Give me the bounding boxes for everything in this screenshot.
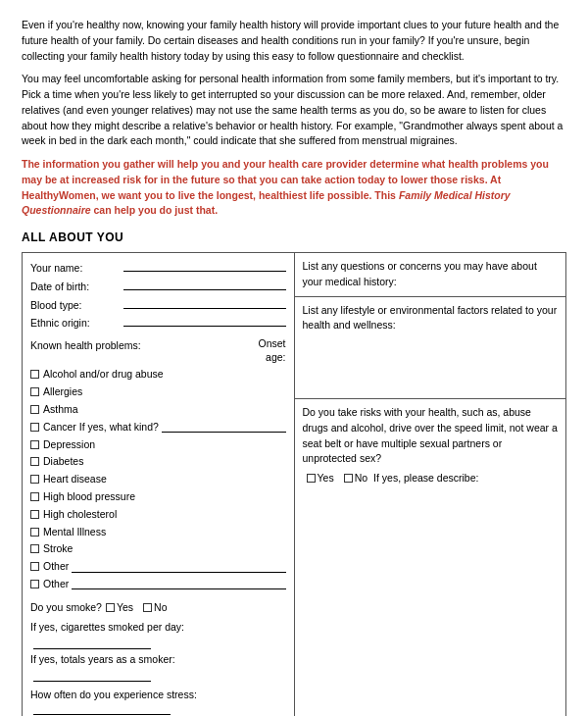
right-bottom-section: Do you take risks with your health, such… (295, 398, 566, 522)
dob-line (123, 278, 286, 290)
smoke-question-row: Do you smoke? Yes No (30, 598, 286, 617)
onset-label: Onsetage: (258, 337, 285, 364)
right-bottom-space (303, 486, 559, 516)
right-bottom-describe-label: If yes, please describe: (373, 471, 478, 486)
checkbox-alcohol[interactable] (30, 370, 39, 379)
ethnic-line (123, 314, 286, 327)
right-column: List any questions or concerns you may h… (294, 253, 566, 717)
smoke-question-label: Do you smoke? (30, 598, 102, 617)
checkbox-smoke-no[interactable] (143, 603, 152, 612)
name-field-row: Your name: (30, 259, 286, 277)
checkbox-high-cholesterol[interactable] (30, 510, 39, 519)
checkbox-other2[interactable] (30, 580, 39, 588)
checkbox-diabetes[interactable] (30, 457, 39, 466)
condition-alcohol: Alcohol and/or drug abuse (30, 366, 286, 383)
condition-other2: Other (30, 576, 286, 592)
totals-line (33, 669, 151, 682)
other1-fill-line (72, 561, 285, 573)
ethnic-label: Ethnic origin: (30, 315, 123, 332)
stress-section: How often do you experience stress: (30, 687, 286, 717)
right-top-section: List any questions or concerns you may h… (295, 253, 566, 296)
section-title: ALL ABOUT YOU (22, 230, 566, 244)
condition-asthma: Asthma (30, 401, 286, 418)
risk-yes: Yes (307, 471, 334, 486)
blood-label: Blood type: (30, 297, 123, 314)
condition-diabetes: Diabetes (30, 453, 286, 470)
smoke-section: Do you smoke? Yes No If yes, cigarettes … (30, 598, 286, 682)
intro-para2: You may feel uncomfortable asking for pe… (22, 72, 566, 149)
checkbox-smoke-yes[interactable] (106, 603, 115, 612)
form-table: Your name: Date of birth: Blood type: Et… (22, 252, 566, 716)
intro-para3: The information you gather will help you… (22, 157, 566, 219)
checkbox-mental[interactable] (30, 528, 39, 537)
condition-depression: Depression (30, 436, 286, 453)
left-column: Your name: Date of birth: Blood type: Et… (23, 253, 295, 717)
right-top-label: List any questions or concerns you may h… (303, 260, 537, 287)
condition-high-cholesterol: High cholesterol (30, 506, 286, 523)
condition-heart: Heart disease (30, 471, 286, 487)
checkbox-risk-no[interactable] (344, 474, 353, 483)
checkbox-cancer[interactable] (30, 423, 39, 432)
name-line (123, 259, 286, 272)
smoke-no: No (143, 598, 167, 617)
name-label: Your name: (30, 260, 123, 277)
checkbox-stroke[interactable] (30, 544, 39, 553)
right-middle-space (303, 333, 559, 392)
blood-line (123, 296, 286, 309)
checkbox-allergies[interactable] (30, 387, 39, 396)
condition-stroke: Stroke (30, 540, 286, 557)
checkbox-depression[interactable] (30, 440, 39, 449)
condition-other1: Other (30, 558, 286, 575)
other2-fill-line (72, 578, 285, 589)
cigarettes-row: If yes, cigarettes smoked per day: (30, 618, 286, 649)
ethnic-field-row: Ethnic origin: (30, 314, 286, 332)
totals-label: If yes, totals years as a smoker: (30, 650, 175, 669)
right-middle-label: List any lifestyle or environmental fact… (303, 304, 558, 332)
checkbox-heart[interactable] (30, 475, 39, 484)
cigarettes-label: If yes, cigarettes smoked per day: (30, 618, 184, 637)
dob-field-row: Date of birth: (30, 278, 286, 295)
intro-para1: Even if you're healthy now, knowing your… (22, 18, 566, 64)
smoke-yes: Yes (106, 598, 133, 617)
stress-line (33, 702, 171, 715)
condition-high-blood: High blood pressure (30, 488, 286, 505)
checkbox-high-blood[interactable] (30, 492, 39, 501)
checkbox-other1[interactable] (30, 562, 39, 571)
right-cell-wrapper: List any questions or concerns you may h… (295, 253, 566, 522)
checkbox-risk-yes[interactable] (307, 474, 316, 483)
right-middle-section: List any lifestyle or environmental fact… (295, 296, 566, 399)
stress-label: How often do you experience stress: (30, 689, 197, 700)
right-bottom-text: Do you take risks with your health, such… (303, 405, 559, 467)
checkbox-asthma[interactable] (30, 405, 39, 414)
totals-row: If yes, totals years as a smoker: (30, 650, 286, 682)
right-bottom-yn-row: Yes No If yes, please describe: (303, 471, 559, 486)
condition-cancer: Cancer If yes, what kind? (30, 419, 286, 435)
dob-label: Date of birth: (30, 279, 123, 295)
condition-allergies: Allergies (30, 384, 286, 400)
cancer-fill-line (162, 421, 286, 433)
known-health-label: Known health problems: (30, 337, 141, 354)
condition-mental: Mental Illness (30, 524, 286, 540)
stress-row: How often do you experience stress: (30, 687, 286, 717)
risk-no: No (344, 471, 368, 486)
cigarettes-line (33, 637, 151, 649)
blood-field-row: Blood type: (30, 296, 286, 314)
known-health-header: Known health problems: Onsetage: (30, 337, 286, 364)
